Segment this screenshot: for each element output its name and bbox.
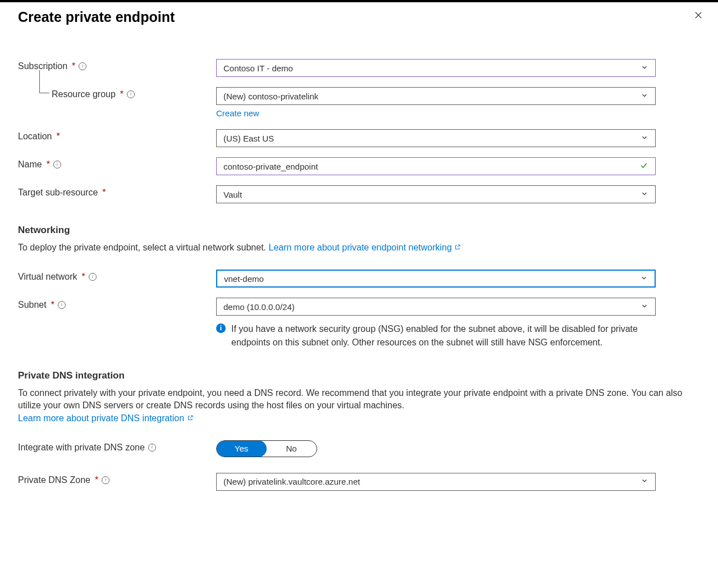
private-dns-zone-label: Private DNS Zone* i	[18, 473, 216, 485]
dns-learn-more-link[interactable]: Learn more about private DNS integration	[18, 413, 194, 423]
chevron-down-icon	[641, 477, 648, 486]
subscription-select[interactable]: Contoso IT - demo	[216, 59, 656, 77]
check-icon	[639, 161, 648, 172]
create-new-link[interactable]: Create new	[216, 108, 259, 118]
networking-learn-more-link[interactable]: Learn more about private endpoint networ…	[268, 243, 461, 252]
resource-group-label: Resource group* i	[18, 87, 216, 99]
resource-group-select[interactable]: (New) contoso-privatelink	[216, 87, 656, 105]
close-icon	[693, 13, 703, 22]
info-icon[interactable]: i	[79, 62, 86, 70]
integrate-dns-toggle[interactable]: Yes No	[216, 440, 317, 457]
target-sub-resource-label: Target sub-resource*	[18, 185, 216, 198]
chevron-down-icon	[641, 92, 648, 101]
external-link-icon	[187, 413, 194, 423]
chevron-down-icon	[641, 134, 648, 143]
chevron-down-icon	[641, 302, 648, 312]
chevron-down-icon	[640, 274, 648, 284]
subnet-label: Subnet* i	[18, 298, 216, 310]
info-icon[interactable]: i	[102, 476, 109, 484]
panel-title: Create private endpoint	[18, 9, 175, 25]
integrate-dns-label: Integrate with private DNS zone i	[18, 440, 216, 453]
info-icon[interactable]: i	[148, 444, 156, 452]
name-input[interactable]: contoso-private_endpoint	[216, 157, 656, 175]
info-filled-icon: i	[216, 323, 226, 333]
networking-heading: Networking	[18, 225, 700, 236]
info-icon[interactable]: i	[53, 161, 61, 168]
toggle-option-yes[interactable]: Yes	[216, 440, 267, 457]
name-label: Name* i	[18, 157, 216, 170]
info-icon[interactable]: i	[89, 273, 97, 281]
subscription-label: Subscription* i	[18, 59, 216, 71]
virtual-network-label: Virtual network* i	[18, 270, 216, 282]
close-button[interactable]	[691, 8, 706, 24]
create-private-endpoint-panel: Create private endpoint Subscription* i …	[0, 2, 718, 523]
location-select[interactable]: (US) East US	[216, 129, 656, 147]
networking-description: To deploy the private endpoint, select a…	[18, 241, 700, 254]
panel-header: Create private endpoint	[18, 9, 700, 25]
dns-description: To connect privately with your private e…	[18, 387, 700, 425]
external-link-icon	[454, 243, 461, 252]
dns-heading: Private DNS integration	[18, 370, 700, 381]
location-label: Location*	[18, 129, 216, 142]
virtual-network-select[interactable]: vnet-demo	[216, 270, 656, 288]
private-dns-zone-select[interactable]: (New) privatelink.vaultcore.azure.net	[216, 473, 656, 491]
info-icon[interactable]: i	[127, 90, 135, 98]
info-icon[interactable]: i	[58, 301, 66, 309]
toggle-option-no[interactable]: No	[266, 441, 317, 457]
subnet-select[interactable]: demo (10.0.0.0/24)	[216, 298, 656, 316]
target-sub-resource-select[interactable]: Vault	[216, 185, 656, 203]
nsg-info-note: i If you have a network security group (…	[216, 322, 656, 348]
chevron-down-icon	[641, 190, 648, 199]
chevron-down-icon	[641, 63, 648, 73]
